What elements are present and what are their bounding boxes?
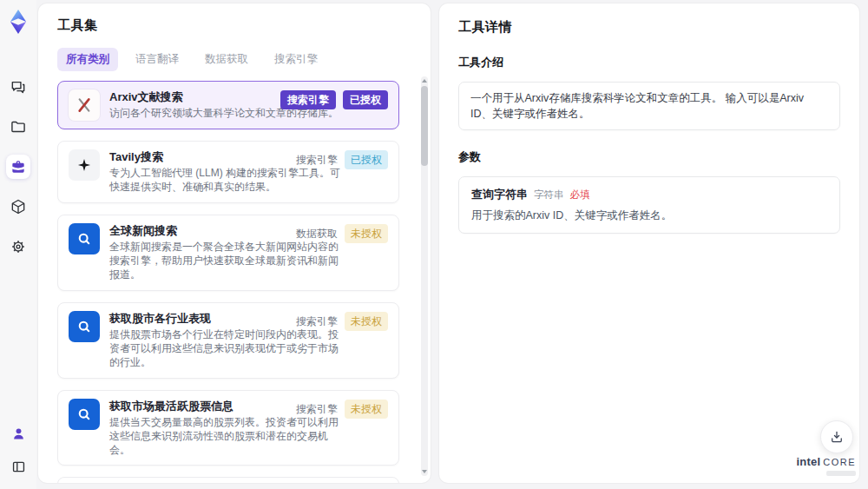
badges: 数据获取 未授权 <box>296 224 388 243</box>
category-badge: 搜索引擎 <box>296 400 338 418</box>
tool-description: 提供股票市场各个行业在特定时间段内的表现。投资者可以利用这些信息来识别表现优于或… <box>109 328 344 370</box>
tab-data-fetch[interactable]: 数据获取 <box>196 48 257 71</box>
scrollbar-thumb[interactable] <box>421 86 428 166</box>
rail-bottom <box>6 421 30 479</box>
tool-card-regional-news[interactable]: 万维地区新闻查询 查询具体行政区划内的新闻，快速了解各地新闻动态。 搜索引擎 未… <box>57 477 399 483</box>
auth-badge: 已授权 <box>345 150 388 169</box>
tool-card-tavily[interactable]: Tavily搜索 专为人工智能代理 (LLM) 构建的搜索引擎工具。可快速提供实… <box>57 141 399 203</box>
tool-detail-panel: 工具详情 工具介绍 一个用于从Arxiv存储库搜索科学论文和文章的工具。 输入可… <box>439 3 859 483</box>
tool-card-stock-sector[interactable]: 获取股市各行业表现 提供股票市场各个行业在特定时间段内的表现。投资者可以利用这些… <box>57 302 399 379</box>
search-app-icon <box>69 399 100 430</box>
scrollbar-down-arrow-icon[interactable] <box>422 470 427 473</box>
badges: 搜索引擎 未授权 <box>296 400 388 419</box>
category-badge: 搜索引擎 <box>296 313 338 330</box>
param-name: 查询字符串 <box>471 187 528 202</box>
category-badge: 搜索引擎 <box>280 90 336 109</box>
collapse-panel-icon[interactable] <box>6 454 30 479</box>
param-head: 查询字符串 字符串 必填 <box>471 187 827 202</box>
intro-text-box: 一个用于从Arxiv存储库搜索科学论文和文章的工具。 输入可以是Arxiv ID… <box>458 82 840 130</box>
intel-sub-badge <box>826 471 856 476</box>
user-avatar-icon[interactable] <box>6 421 30 446</box>
badges: 搜索引擎 已授权 <box>296 150 388 169</box>
toolset-panel: 工具集 所有类别 语言翻译 数据获取 搜索引擎 Arxiv文献搜索 访问各个研究… <box>38 3 431 483</box>
tab-all-categories[interactable]: 所有类别 <box>57 48 118 71</box>
arxiv-logo-icon <box>69 89 100 121</box>
scrollbar-up-arrow-icon[interactable] <box>422 79 427 83</box>
tab-search-engine[interactable]: 搜索引擎 <box>266 48 326 71</box>
tool-card-active-stocks[interactable]: 获取市场最活跃股票信息 提供当天交易量最高的股票列表。投资者可以利用这些信息来识… <box>57 390 399 466</box>
param-required-flag: 必填 <box>570 188 590 202</box>
auth-badge: 未授权 <box>345 312 388 331</box>
category-tabs: 所有类别 语言翻译 数据获取 搜索引擎 <box>57 48 411 71</box>
tool-card-global-news[interactable]: 全球新闻搜索 全球新闻搜索是一个聚合全球各大新闻网站内容的搜索引擎，帮助用户快速… <box>57 215 399 291</box>
download-icon <box>829 429 845 445</box>
param-card: 查询字符串 字符串 必填 用于搜索的Arxiv ID、关键字或作者姓名。 <box>458 176 840 234</box>
rail-nav <box>6 75 30 259</box>
auth-badge: 未授权 <box>345 400 388 419</box>
nav-chat-icon[interactable] <box>6 75 30 99</box>
auth-badge: 已授权 <box>343 90 388 109</box>
app-logo-icon[interactable] <box>5 7 31 36</box>
tool-list: Arxiv文献搜索 访问各个研究领域大量科学论文和文章的存储库。 搜索引擎 已授… <box>57 81 411 483</box>
params-heading: 参数 <box>458 149 840 165</box>
detail-title: 工具详情 <box>458 19 840 36</box>
intel-core-logo: intel core <box>796 455 856 476</box>
search-app-icon <box>69 223 100 254</box>
search-app-icon <box>69 311 100 342</box>
app-rail <box>0 0 36 489</box>
intel-wordmark: intel <box>796 455 820 468</box>
category-badge: 搜索引擎 <box>296 151 338 169</box>
download-button[interactable] <box>820 420 853 453</box>
category-badge: 数据获取 <box>296 225 338 242</box>
core-wordmark: core <box>823 457 856 467</box>
tool-list-scrollbar[interactable] <box>421 76 428 476</box>
tool-description: 提供当天交易量最高的股票列表。投资者可以利用这些信息来识别流动性强的股票和潜在的… <box>109 416 344 458</box>
tab-language-translation[interactable]: 语言翻译 <box>127 48 187 71</box>
tavily-star-icon <box>69 149 100 181</box>
badges: 搜索引擎 已授权 <box>280 90 388 109</box>
param-type: 字符串 <box>534 188 564 202</box>
nav-package-icon[interactable] <box>6 195 30 219</box>
auth-badge: 未授权 <box>345 224 388 243</box>
param-description: 用于搜索的Arxiv ID、关键字或作者姓名。 <box>471 208 827 223</box>
nav-toolbox-icon[interactable] <box>6 155 30 179</box>
nav-settings-gear-icon[interactable] <box>6 235 30 259</box>
toolset-title: 工具集 <box>57 17 411 34</box>
tool-card-arxiv[interactable]: Arxiv文献搜索 访问各个研究领域大量科学论文和文章的存储库。 搜索引擎 已授… <box>57 81 399 129</box>
nav-folder-icon[interactable] <box>6 115 30 139</box>
intro-heading: 工具介绍 <box>458 55 840 70</box>
badges: 搜索引擎 未授权 <box>296 312 388 331</box>
tool-description: 全球新闻搜索是一个聚合全球各大新闻网站内容的搜索引擎，帮助用户快速获取全球最新资… <box>109 241 344 282</box>
tool-description: 专为人工智能代理 (LLM) 构建的搜索引擎工具。可快速提供实时、准确和真实的结… <box>109 167 344 195</box>
